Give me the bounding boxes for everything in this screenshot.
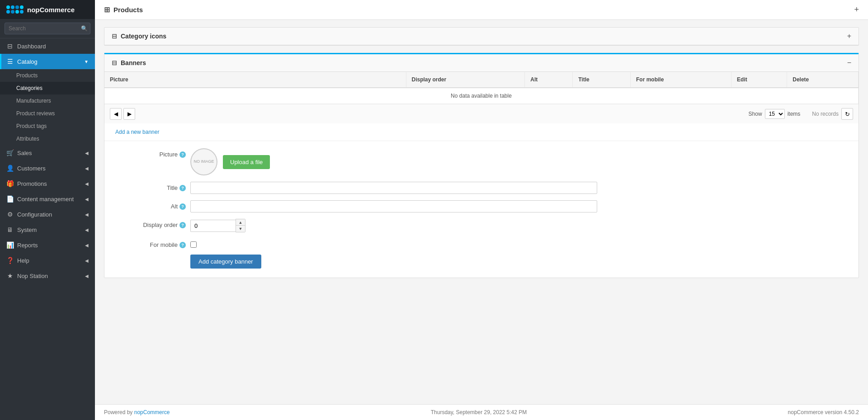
- help-icon: ❓: [6, 257, 14, 264]
- alt-help-icon[interactable]: ?: [179, 203, 186, 210]
- pagination-row: ◀ ▶ Show 15 25 50 items No records ↻: [104, 104, 859, 123]
- promotions-icon: 🎁: [6, 180, 14, 187]
- title-input[interactable]: [190, 182, 597, 194]
- promotions-arrow-icon: ◀: [85, 181, 89, 186]
- sidebar-item-catalog[interactable]: ☰ Catalog ▼: [0, 54, 95, 69]
- sidebar-item-manufacturers[interactable]: Manufacturers: [0, 94, 95, 107]
- title-help-icon[interactable]: ?: [179, 185, 186, 191]
- sidebar-item-promotions[interactable]: 🎁 Promotions ◀: [0, 176, 95, 191]
- sidebar-item-sales[interactable]: 🛒 Sales ◀: [0, 145, 95, 160]
- products-label: Products: [16, 72, 38, 79]
- banners-title: Banners: [121, 59, 146, 66]
- reports-arrow-icon: ◀: [85, 243, 89, 248]
- spinner-buttons: ▲ ▼: [236, 219, 245, 232]
- sidebar-nav: ⊟ Dashboard ☰ Catalog ▼ Products Categor…: [0, 38, 95, 420]
- logo-text: nopCommerce: [27, 6, 75, 14]
- prev-page-button[interactable]: ◀: [110, 108, 122, 120]
- col-picture: Picture: [104, 72, 406, 88]
- form-row-display-order: Display order ? ▲ ▼: [113, 219, 849, 232]
- col-title: Title: [573, 72, 631, 88]
- no-image-placeholder: NO IMAGE: [190, 148, 217, 175]
- footer-nopcommerce-link[interactable]: nopCommerce: [134, 409, 170, 415]
- manufacturers-label: Manufacturers: [16, 98, 51, 104]
- product-tags-label: Product tags: [16, 123, 47, 129]
- product-reviews-label: Product reviews: [16, 110, 55, 117]
- display-order-help-icon[interactable]: ?: [179, 222, 186, 228]
- footer: Powered by nopCommerce Thursday, Septemb…: [95, 404, 868, 420]
- sidebar-item-categories[interactable]: Categories: [0, 82, 95, 94]
- main-content: ⊞ Products + ⊟ Category icons + ⊟ Banner…: [95, 0, 868, 420]
- add-new-banner-link[interactable]: Add a new banner: [110, 125, 165, 139]
- topbar-plus-button[interactable]: +: [854, 5, 859, 14]
- upload-file-button[interactable]: Upload a file: [223, 155, 270, 169]
- sidebar-item-customers[interactable]: 👤 Customers ◀: [0, 160, 95, 176]
- refresh-button[interactable]: ↻: [841, 108, 853, 120]
- pagination-buttons: ◀ ▶: [110, 108, 135, 120]
- search-icon: 🔍: [81, 25, 88, 32]
- sidebar-item-reports[interactable]: 📊 Reports ◀: [0, 237, 95, 253]
- sidebar-item-configuration[interactable]: ⚙ Configuration ◀: [0, 207, 95, 222]
- alt-input[interactable]: [190, 200, 597, 212]
- sidebar-item-dashboard[interactable]: ⊟ Dashboard: [0, 38, 95, 54]
- picture-upload-area: NO IMAGE Upload a file: [190, 148, 270, 175]
- for-mobile-help-icon[interactable]: ?: [179, 242, 186, 248]
- category-icons-header: ⊟ Category icons +: [104, 28, 859, 45]
- dashboard-icon: ⊟: [6, 42, 14, 50]
- sales-label: Sales: [17, 150, 81, 156]
- content-icon: 📄: [6, 195, 14, 203]
- table-empty-row: No data available in table: [104, 88, 859, 104]
- spinner-down-button[interactable]: ▼: [236, 226, 245, 232]
- for-mobile-checkbox[interactable]: [190, 241, 197, 248]
- next-page-button[interactable]: ▶: [123, 108, 135, 120]
- sidebar-item-system[interactable]: 🖥 System ◀: [0, 222, 95, 237]
- sidebar: nopCommerce 🔍 ⊟ Dashboard ☰ Catalog ▼ Pr…: [0, 0, 95, 420]
- display-order-input[interactable]: [190, 220, 236, 232]
- category-icons-title: Category icons: [121, 33, 166, 40]
- sidebar-search-container: 🔍: [0, 19, 95, 38]
- grid-icon: ⊞: [104, 5, 110, 14]
- content-area: ⊟ Category icons + ⊟ Banners −: [95, 20, 868, 404]
- customers-icon: 👤: [6, 165, 14, 172]
- sidebar-item-product-reviews[interactable]: Product reviews: [0, 107, 95, 120]
- display-order-label: Display order ?: [113, 219, 186, 228]
- configuration-label: Configuration: [17, 211, 81, 218]
- sidebar-item-attributes[interactable]: Attributes: [0, 132, 95, 145]
- nopstation-label: Nop Station: [17, 273, 81, 279]
- form-row-title: Title ?: [113, 182, 849, 194]
- content-arrow-icon: ◀: [85, 197, 89, 202]
- picture-label: Picture ?: [113, 148, 186, 158]
- configuration-icon: ⚙: [6, 211, 14, 218]
- nopstation-arrow-icon: ◀: [85, 274, 89, 278]
- sidebar-item-content[interactable]: 📄 Content management ◀: [0, 191, 95, 207]
- sidebar-item-products[interactable]: Products: [0, 69, 95, 82]
- add-category-banner-button[interactable]: Add category banner: [190, 255, 261, 269]
- banners-table-wrap: Picture Display order Alt Title For mobi…: [104, 72, 859, 104]
- col-edit: Edit: [731, 72, 787, 88]
- footer-datetime: Thursday, September 29, 2022 5:42 PM: [431, 409, 527, 415]
- sidebar-item-product-tags[interactable]: Product tags: [0, 120, 95, 132]
- category-icons-expand-button[interactable]: +: [847, 32, 851, 40]
- system-label: System: [17, 227, 81, 233]
- sidebar-item-label: Dashboard: [17, 43, 89, 50]
- items-per-page-select[interactable]: 15 25 50: [765, 109, 785, 119]
- col-for-mobile: For mobile: [631, 72, 731, 88]
- help-label: Help: [17, 257, 81, 264]
- spinner-up-button[interactable]: ▲: [236, 219, 245, 226]
- reports-icon: 📊: [6, 241, 14, 249]
- promotions-label: Promotions: [17, 180, 81, 187]
- banners-collapse-button[interactable]: −: [847, 59, 851, 67]
- table-empty-message: No data available in table: [104, 88, 859, 104]
- picture-help-icon[interactable]: ?: [179, 151, 186, 158]
- attributes-label: Attributes: [16, 136, 39, 142]
- for-mobile-label: For mobile ?: [113, 239, 186, 248]
- search-input[interactable]: [5, 23, 90, 34]
- banners-body: Picture Display order Alt Title For mobi…: [104, 72, 859, 278]
- configuration-arrow-icon: ◀: [85, 212, 89, 217]
- sidebar-item-help[interactable]: ❓ Help ◀: [0, 253, 95, 268]
- system-icon: 🖥: [6, 226, 14, 233]
- add-banner-form: Picture ? NO IMAGE Upload a file Title ?: [104, 141, 859, 278]
- form-row-for-mobile: For mobile ?: [113, 239, 849, 248]
- content-label: Content management: [17, 196, 81, 203]
- sales-icon: 🛒: [6, 149, 14, 156]
- sidebar-item-nopstation[interactable]: ★ Nop Station ◀: [0, 268, 95, 283]
